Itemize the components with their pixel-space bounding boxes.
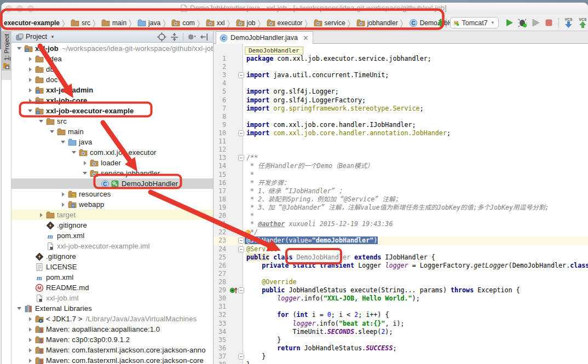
code-line-25[interactable]: 25public class DemoJobHandler extends IJ…: [214, 253, 588, 262]
tree-row-.idea[interactable]: .idea: [11, 54, 213, 64]
code-line-12[interactable]: 12: [214, 146, 588, 154]
code-line-20[interactable]: 20 *: [214, 212, 588, 220]
code-line-7[interactable]: 7import org.springframework.stereotype.S…: [214, 105, 588, 113]
code-line-19[interactable]: 19 * 3、加 “@JobHander” 注解，注解value值为新增任务生成…: [214, 204, 588, 212]
tree-collapsed-arrow-icon[interactable]: [29, 88, 32, 93]
tree-row--jdk1.7-[interactable]: < JDK1.7 >/Library/Java/JavaVirtualMachi…: [11, 314, 213, 324]
tree-expanded-arrow-icon[interactable]: [83, 172, 87, 175]
code-line-9[interactable]: 9import com.xxl.job.core.handler.IJobHan…: [214, 121, 588, 129]
tree-collapsed-arrow-icon[interactable]: [29, 359, 32, 363]
tree-row-webapp[interactable]: webapp: [11, 199, 213, 210]
fold-marker-icon[interactable]: [238, 155, 244, 161]
tree-row-com.xxl.job.executor[interactable]: com.xxl.job.executor: [11, 147, 213, 158]
tree-row-maven-com.fasterxml.jackson.core-jackson-core[interactable]: Maven: com.fasterxml.jackson.core:jackso…: [11, 355, 213, 364]
code-line-8[interactable]: 8: [214, 113, 588, 121]
code-line-36[interactable]: 36 return JobHandleStatus.SUCCESS;: [214, 344, 588, 353]
code-line-6[interactable]: 6import org.slf4j.LoggerFactory;: [214, 96, 588, 105]
editor-body[interactable]: DemoJobHandler 1package com.xxl.job.exec…: [214, 44, 588, 364]
tree-collapsed-arrow-icon[interactable]: [62, 203, 65, 207]
tree-row-src[interactable]: src: [11, 116, 213, 126]
code-line-37[interactable]: 37 }: [214, 353, 588, 361]
code-line-1[interactable]: 1package com.xxl.job.executor.service.jo…: [214, 55, 588, 63]
code-line-13[interactable]: 13/**: [214, 154, 588, 162]
tree-row-xxl-job-core[interactable]: xxl-job-core: [11, 95, 213, 106]
breadcrumb-item-xxl[interactable]: xxl: [206, 19, 225, 27]
chevron-down-icon[interactable]: ▼: [50, 34, 55, 39]
locate-file-button[interactable]: [157, 32, 166, 42]
breadcrumb-item-executor-example[interactable]: executor-example: [4, 19, 60, 27]
project-stripe-button[interactable]: 1: Project: [2, 31, 11, 71]
code-line-22[interactable]: 22 */: [214, 228, 588, 236]
run-with-coverage-button[interactable]: [531, 18, 540, 27]
zoom-window-button[interactable]: [27, 5, 34, 12]
breadcrumb-item-executor[interactable]: executor: [267, 19, 303, 27]
tree-row-maven-com.fasterxml.jackson.core-jackson-anno[interactable]: Maven: com.fasterxml.jackson.core:jackso…: [11, 345, 213, 355]
tree-expanded-arrow-icon[interactable]: [28, 109, 32, 112]
code-line-24[interactable]: 24@Service: [214, 245, 588, 253]
breadcrumb-item-jobhandler[interactable]: jobhandler: [356, 19, 398, 27]
tree-row-xxl-job[interactable]: xxl-job~/workspaces/idea-git-workspace/g…: [11, 43, 213, 54]
tree-row-xxl-job-admin[interactable]: xxl-job-admin: [11, 85, 213, 95]
fold-marker-icon[interactable]: [238, 238, 244, 244]
minimize-window-button[interactable]: [16, 5, 23, 12]
tree-expanded-arrow-icon[interactable]: [39, 120, 43, 123]
tree-row-pom.xml[interactable]: mpom.xml: [11, 230, 213, 241]
tree-collapsed-arrow-icon[interactable]: [62, 192, 65, 197]
tree-collapsed-arrow-icon[interactable]: [29, 348, 32, 353]
fold-marker-icon[interactable]: [238, 72, 244, 78]
tree-expanded-arrow-icon[interactable]: [72, 151, 76, 154]
debug-button[interactable]: [518, 18, 527, 27]
fold-marker-icon[interactable]: [238, 354, 244, 360]
breadcrumb-item-job[interactable]: job: [236, 19, 256, 27]
tree-collapsed-arrow-icon[interactable]: [29, 57, 32, 61]
breadcrumb-item-java[interactable]: java: [137, 19, 160, 27]
tree-row-readme.md[interactable]: MREADME.md: [11, 282, 213, 293]
code-line-16[interactable]: 16 * 开发步骤：: [214, 179, 588, 187]
fold-marker-icon[interactable]: [238, 130, 244, 136]
tree-row-java[interactable]: java: [11, 137, 213, 147]
code-line-10[interactable]: 10import com.xxl.job.core.handler.annota…: [214, 129, 588, 137]
tree-expanded-arrow-icon[interactable]: [17, 307, 21, 310]
tree-collapsed-arrow-icon[interactable]: [84, 161, 87, 165]
breadcrumb-item-com[interactable]: com: [171, 19, 195, 27]
close-tab-icon[interactable]: ✕: [303, 34, 309, 42]
tree-row-service.jobhandler[interactable]: service.jobhandler: [11, 168, 213, 178]
vcs-commit-button[interactable]: VCS: [578, 18, 588, 28]
collapse-all-button[interactable]: [170, 32, 179, 42]
tree-row-xxl-job-executor-example.iml[interactable]: xxl-job-executor-example.iml: [11, 241, 213, 251]
code-line-32[interactable]: 32 for (int i = 0; i < 2; i++) {: [214, 311, 588, 319]
code-line-34[interactable]: 34 TimeUnit.SECONDS.sleep(2);: [214, 328, 588, 336]
tree-row-maven-aopalliance-aopalliance-1.0[interactable]: Maven: aopalliance:aopalliance:1.0: [11, 324, 213, 334]
code-line-2[interactable]: 2: [214, 63, 588, 71]
tree-collapsed-arrow-icon[interactable]: [40, 213, 43, 217]
vcs-update-button[interactable]: VCS: [563, 18, 574, 28]
code-line-28[interactable]: 28 @Override: [214, 278, 588, 286]
code-line-14[interactable]: 14 * 任务Handler的一个Demo（Bean模式）: [214, 162, 588, 170]
intention-bulb-icon[interactable]: [244, 229, 252, 237]
code-line-29[interactable]: 29 public JobHandleStatus execute(String…: [214, 286, 588, 294]
code-line-17[interactable]: 17 * 1、继承 “IJobHandler” ；: [214, 187, 588, 195]
tree-collapsed-arrow-icon[interactable]: [29, 78, 32, 82]
tree-row-main[interactable]: main: [11, 126, 213, 137]
editor-tab[interactable]: C DemoJobHandler.java ✕: [216, 31, 313, 44]
tree-row-pom.xml[interactable]: mpom.xml: [11, 272, 213, 282]
gear-icon[interactable]: [187, 32, 197, 42]
code-line-38[interactable]: 38}: [214, 361, 588, 364]
code-line-4[interactable]: 4: [214, 79, 588, 88]
run-button[interactable]: [505, 18, 514, 27]
tree-expanded-arrow-icon[interactable]: [50, 130, 54, 133]
hide-panel-button[interactable]: [200, 32, 209, 42]
fold-marker-icon[interactable]: [238, 287, 244, 293]
code-line-3[interactable]: 3import java.util.concurrent.TimeUnit;: [214, 71, 588, 79]
code-line-5[interactable]: 5import org.slf4j.Logger;: [214, 88, 588, 96]
code-line-21[interactable]: 21 * @author xuxueli 2015-12-19 19:43:36: [214, 220, 588, 228]
tree-row-resources[interactable]: resources: [11, 189, 213, 199]
code-line-33[interactable]: 33 logger.info("beat at:{}", i);: [214, 320, 588, 328]
breadcrumb-item-main[interactable]: main: [101, 19, 126, 27]
tree-row-xxl-job-executor-example[interactable]: xxl-job-executor-example: [11, 106, 213, 116]
code-line-27[interactable]: 27: [214, 270, 588, 278]
tree-expanded-arrow-icon[interactable]: [61, 141, 65, 143]
override-method-gutter-icon[interactable]: [229, 287, 238, 293]
tree-expanded-arrow-icon[interactable]: [17, 47, 21, 50]
tree-collapsed-arrow-icon[interactable]: [29, 99, 32, 103]
